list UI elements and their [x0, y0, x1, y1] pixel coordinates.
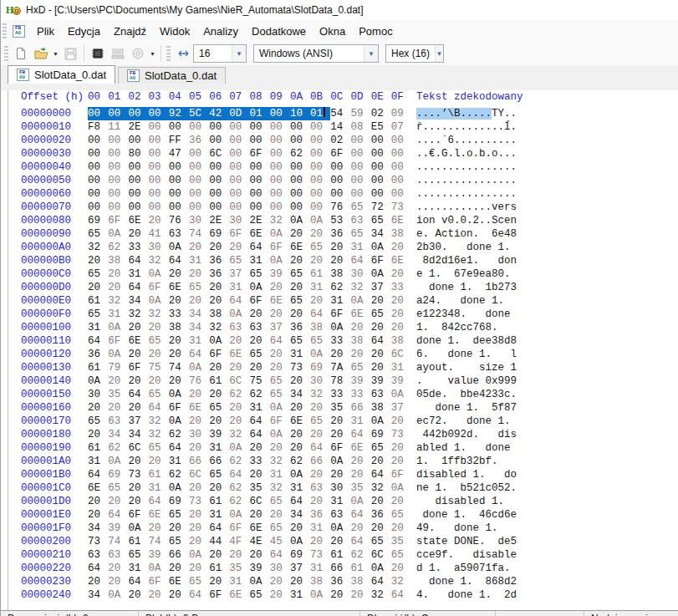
byte-cell[interactable]: 20 [108, 495, 128, 508]
byte-cell[interactable]: 20 [350, 455, 370, 468]
byte-cell[interactable]: 20 [209, 481, 229, 495]
byte-cell[interactable]: 00 [169, 201, 189, 214]
byte-cell[interactable]: 0D [229, 107, 249, 120]
byte-cell[interactable]: 0A [209, 334, 229, 348]
byte-cell[interactable]: 31 [209, 508, 229, 522]
byte-cell[interactable]: 20 [149, 321, 169, 334]
byte-cell[interactable]: 00 [88, 160, 108, 174]
byte-cell[interactable]: 37 [128, 415, 148, 428]
byte-cell[interactable]: 6F [108, 334, 128, 348]
byte-cell[interactable]: 00 [270, 134, 290, 147]
byte-cell[interactable]: 6E [149, 508, 169, 522]
byte-cell[interactable]: 00 [209, 134, 229, 147]
byte-cell[interactable]: 00 [229, 147, 249, 160]
byte-cell[interactable]: 36 [310, 508, 330, 522]
byte-cell[interactable]: 7A [330, 361, 350, 374]
open-disk-image-button[interactable] [128, 43, 148, 64]
byte-cell[interactable]: 65 [310, 334, 330, 348]
byte-cell[interactable]: 31 [310, 522, 330, 535]
byte-cell[interactable]: 00 [128, 107, 148, 120]
byte-cell[interactable]: 35 [250, 481, 270, 495]
byte-cell[interactable]: 20 [169, 374, 189, 388]
byte-cell[interactable]: 0A [270, 227, 290, 241]
byte-cell[interactable]: 20 [270, 348, 290, 361]
byte-cell[interactable]: 61 [350, 562, 370, 575]
decoded-text-cell[interactable]: 8d2d16e1. don [416, 255, 517, 267]
byte-cell[interactable]: 30 [88, 388, 108, 401]
byte-cell[interactable]: 6F [128, 508, 148, 522]
byte-cell[interactable]: 36 [371, 508, 391, 522]
byte-cell[interactable]: 64 [128, 254, 148, 267]
byte-cell[interactable]: 34 [290, 508, 310, 522]
byte-cell[interactable]: 64 [350, 508, 370, 522]
byte-cell[interactable]: 64 [290, 495, 310, 508]
byte-cell[interactable]: 32 [270, 455, 290, 468]
byte-cell[interactable]: 00 [229, 187, 249, 201]
byte-cell[interactable]: 00 [128, 201, 148, 214]
byte-cell[interactable]: 20 [189, 481, 209, 495]
byte-cell[interactable]: 0A [371, 267, 391, 281]
byte-cell[interactable]: 32 [149, 308, 169, 321]
byte-cell[interactable]: 64 [250, 241, 270, 254]
byte-cell[interactable]: 20 [270, 308, 290, 321]
byte-cell[interactable]: 00 [290, 134, 310, 147]
byte-cell[interactable]: 66 [350, 401, 370, 415]
byte-cell[interactable]: 6F [229, 522, 249, 535]
byte-cell[interactable]: 2E [128, 120, 148, 134]
byte-cell[interactable]: 61 [149, 468, 169, 481]
byte-cell[interactable]: 20 [169, 267, 189, 281]
byte-cell[interactable]: 20 [330, 535, 350, 548]
byte-cell[interactable]: 62 [330, 281, 350, 294]
byte-cell[interactable]: 38 [371, 401, 391, 415]
byte-cell[interactable]: 20 [350, 468, 370, 481]
byte-cell[interactable]: 20 [290, 522, 310, 535]
byte-cell[interactable]: 78 [330, 374, 350, 388]
byte-cell[interactable]: 6E [290, 241, 310, 254]
byte-cell[interactable]: 0A [290, 535, 310, 548]
byte-cell[interactable]: 0A [310, 348, 330, 361]
byte-cell[interactable]: 62 [169, 468, 189, 481]
byte-cell[interactable]: 6E [290, 415, 310, 428]
byte-cell[interactable]: 6F [149, 575, 169, 588]
byte-cell[interactable]: 64 [169, 254, 189, 267]
byte-cell[interactable]: 20 [169, 522, 189, 535]
byte-cell[interactable]: 61 [330, 548, 350, 562]
byte-cell[interactable]: 20 [310, 535, 330, 548]
byte-cell[interactable]: 38 [350, 575, 370, 588]
byte-cell[interactable]: 65 [371, 214, 391, 227]
byte-cell[interactable]: 65 [209, 468, 229, 481]
decoded-text-cell[interactable]: ................ [416, 188, 517, 200]
byte-cell[interactable]: 20 [128, 227, 148, 241]
byte-cell[interactable]: 65 [270, 374, 290, 388]
byte-cell[interactable]: 0A [169, 388, 189, 401]
byte-cell[interactable]: 62 [250, 388, 270, 401]
byte-cell[interactable]: 20 [128, 588, 148, 602]
byte-cell[interactable]: 0A [290, 214, 310, 227]
byte-cell[interactable]: 32 [149, 254, 169, 267]
byte-cell[interactable]: 00 [350, 147, 370, 160]
byte-cell[interactable]: 6F [108, 214, 128, 227]
byte-cell[interactable]: 92 [169, 107, 189, 120]
byte-cell[interactable]: 20 [270, 361, 290, 374]
byte-cell[interactable]: 20 [371, 321, 391, 334]
byte-cell[interactable]: 20 [391, 308, 411, 321]
byte-cell[interactable]: 00 [270, 147, 290, 160]
byte-cell[interactable]: 61 [88, 361, 108, 374]
encoding-select[interactable]: Windows (ANSI) ▼ [253, 44, 379, 63]
byte-cell[interactable]: 6E [250, 227, 270, 241]
byte-cell[interactable]: 76 [330, 201, 350, 214]
byte-cell[interactable]: 20 [330, 588, 350, 602]
byte-cell[interactable]: 64 [270, 548, 290, 562]
byte-cell[interactable]: 80 [128, 147, 148, 160]
byte-cell[interactable]: 00 [350, 187, 370, 201]
byte-cell[interactable]: 30 [229, 214, 249, 227]
byte-cell[interactable]: 63 [371, 388, 391, 401]
byte-cell[interactable]: 0A [229, 508, 249, 522]
byte-cell[interactable]: 31 [290, 588, 310, 602]
byte-cell[interactable]: 20 [209, 281, 229, 294]
decoded-text-cell[interactable]: ne 1. b521c052. [416, 482, 517, 494]
byte-cell[interactable]: 31 [88, 321, 108, 334]
byte-cell[interactable]: 00 [209, 174, 229, 187]
byte-cell[interactable]: 74 [108, 535, 128, 548]
decoded-text-cell[interactable]: 05de. bbe4233c. [416, 389, 517, 400]
